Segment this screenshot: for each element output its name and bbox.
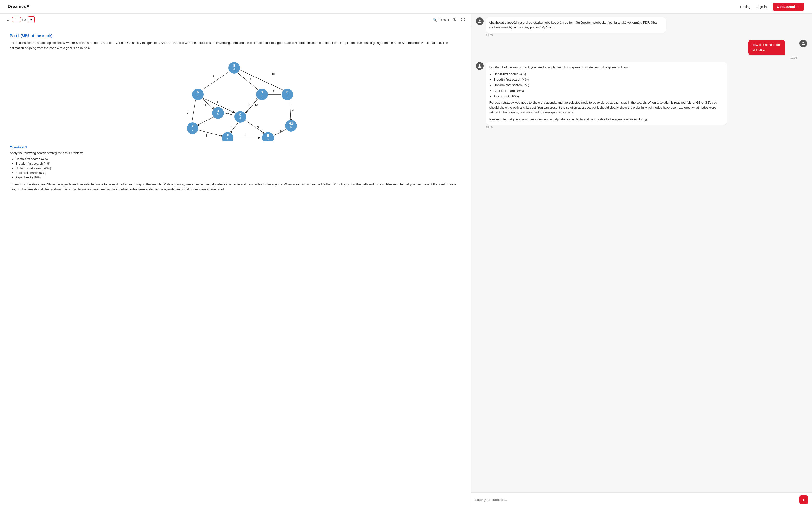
svg-text:4: 4: [197, 95, 199, 97]
strategy-item: Best-first search (6%): [15, 171, 461, 175]
message-2-time: 10:05: [749, 56, 797, 59]
question-title: Question 1: [10, 145, 461, 149]
svg-line-7: [200, 97, 215, 110]
chat-strategy-item: Depth-first search (4%): [494, 72, 723, 76]
page-up-button[interactable]: ▲: [5, 17, 11, 23]
svg-text:5: 5: [202, 121, 203, 124]
svg-text:6: 6: [240, 117, 241, 120]
question-text: Apply the following search strategies to…: [10, 151, 461, 155]
chat-strategies-list: Depth-first search (4%)Breadth-first sea…: [494, 72, 723, 99]
svg-text:10: 10: [255, 104, 258, 107]
svg-text:C: C: [239, 113, 242, 116]
logo: Dreamer.AI: [8, 4, 31, 9]
svg-text:5: 5: [244, 133, 246, 137]
chat-panel: obsahovat odpovědi na druhou otázku nebo…: [471, 13, 812, 507]
chat-messages: obsahovat odpovědi na druhou otázku nebo…: [471, 13, 812, 492]
zoom-control[interactable]: 🔍 100% ▾: [433, 18, 449, 22]
bubble-3: For Part 1 of the assignment, you need t…: [486, 62, 727, 125]
svg-line-1: [199, 69, 233, 92]
send-icon: ➤: [802, 498, 806, 502]
svg-text:3: 3: [267, 138, 269, 141]
chat-strategy-item: Uniform cost search (6%): [494, 83, 723, 88]
svg-line-13: [196, 116, 215, 126]
chevron-down-icon: ▾: [31, 18, 32, 21]
chat-strategy-item: Breadth-first search (4%): [494, 77, 723, 82]
svg-text:8: 8: [212, 75, 214, 78]
part-description: Let us consider the search space below, …: [10, 41, 461, 51]
page-number-input[interactable]: [12, 17, 21, 22]
pdf-panel: ▲ / 3 ▾ 🔍 100% ▾ ↻ ⛶ Part I (35% of the …: [0, 13, 471, 507]
message-3-body2: Please note that you should use a descen…: [489, 117, 723, 122]
fullscreen-button[interactable]: ⛶: [460, 17, 466, 23]
svg-line-3: [236, 71, 261, 92]
graph-svg: 8 6 10 3 9 3: [160, 55, 310, 142]
svg-text:B: B: [217, 109, 219, 113]
svg-line-25: [244, 119, 266, 134]
svg-line-9: [191, 99, 196, 126]
svg-text:E: E: [286, 90, 289, 94]
main-layout: ▲ / 3 ▾ 🔍 100% ▾ ↻ ⛶ Part I (35% of the …: [0, 13, 812, 507]
svg-text:3: 3: [227, 111, 230, 114]
part-title: Part I (35% of the mark): [10, 34, 461, 38]
svg-text:10: 10: [272, 72, 275, 76]
avatar-1: [476, 17, 484, 25]
svg-text:G2: G2: [289, 122, 293, 125]
message-1-time: 19:05: [486, 34, 726, 37]
chat-strategy-item: Algorithm A (10%): [494, 94, 723, 99]
message-2-text: How do I need to do for Part 1: [752, 43, 781, 52]
avatar-2: [800, 40, 807, 47]
svg-text:0: 0: [192, 128, 193, 131]
message-3-body1: For each strategy, you need to show the …: [489, 100, 723, 115]
svg-line-21: [290, 98, 291, 122]
message-row-2: How do I need to do for Part 1 10:05: [476, 40, 807, 59]
chat-input-area: ➤: [471, 492, 812, 507]
message-3-time: 10:05: [486, 125, 807, 128]
svg-text:S: S: [233, 64, 236, 67]
svg-text:9: 9: [187, 111, 188, 114]
message-3: For Part 1 of the assignment, you need t…: [486, 62, 807, 128]
svg-text:9: 9: [257, 125, 259, 129]
pdf-toolbar-right: 🔍 100% ▾ ↻ ⛶: [433, 16, 466, 23]
svg-line-29: [196, 129, 224, 137]
pricing-link[interactable]: Pricing: [740, 5, 751, 9]
svg-text:4: 4: [261, 95, 263, 97]
message-2: How do I need to do for Part 1 10:05: [749, 40, 797, 59]
pdf-toolbar: ▲ / 3 ▾ 🔍 100% ▾ ↻ ⛶: [0, 13, 471, 26]
signin-link[interactable]: Sign in: [756, 5, 767, 9]
svg-text:3: 3: [204, 104, 206, 107]
strategy-item: Breadth-first search (4%): [15, 162, 461, 165]
svg-text:8: 8: [206, 134, 208, 137]
svg-text:5: 5: [248, 103, 250, 106]
arrow-right-icon: →: [797, 5, 800, 9]
refresh-button[interactable]: ↻: [452, 16, 457, 23]
svg-text:G1: G1: [191, 124, 195, 128]
svg-text:6: 6: [280, 129, 282, 132]
search-icon: 🔍: [433, 18, 437, 22]
chat-input[interactable]: [475, 498, 797, 502]
graph-diagram: 8 6 10 3 9 3: [10, 55, 461, 142]
page-dropdown-button[interactable]: ▾: [28, 16, 35, 23]
chat-strategy-item: Best-first search (6%): [494, 89, 723, 93]
svg-text:D: D: [261, 90, 263, 94]
message-1-text: obsahovat odpovědi na druhou otázku nebo…: [489, 20, 663, 30]
page-total: / 3: [22, 18, 26, 22]
svg-text:3: 3: [273, 90, 274, 93]
svg-text:4: 4: [292, 109, 294, 112]
pdf-content: Part I (35% of the mark) Let us consider…: [0, 26, 471, 507]
message-3-intro: For Part 1 of the assignment, you need t…: [489, 65, 723, 70]
send-button[interactable]: ➤: [800, 495, 808, 504]
nav-right: Pricing Sign in Get Started →: [740, 3, 804, 11]
navbar: Dreamer.AI Pricing Sign in Get Started →: [0, 0, 812, 13]
svg-text:8: 8: [231, 125, 232, 129]
get-started-button[interactable]: Get Started →: [773, 3, 804, 11]
message-row-3: For Part 1 of the assignment, you need t…: [476, 62, 807, 128]
zoom-dropdown-icon: ▾: [448, 18, 449, 22]
message-1: obsahovat odpovědi na druhou otázku nebo…: [486, 17, 726, 37]
bubble-2: How do I need to do for Part 1: [749, 40, 785, 55]
svg-text:0: 0: [290, 126, 292, 129]
avatar-3: [476, 62, 484, 70]
svg-text:5: 5: [217, 113, 219, 116]
message-row-1: obsahovat odpovědi na druhou otázku nebo…: [476, 17, 807, 37]
svg-text:2: 2: [227, 138, 229, 141]
svg-text:F: F: [227, 134, 229, 137]
